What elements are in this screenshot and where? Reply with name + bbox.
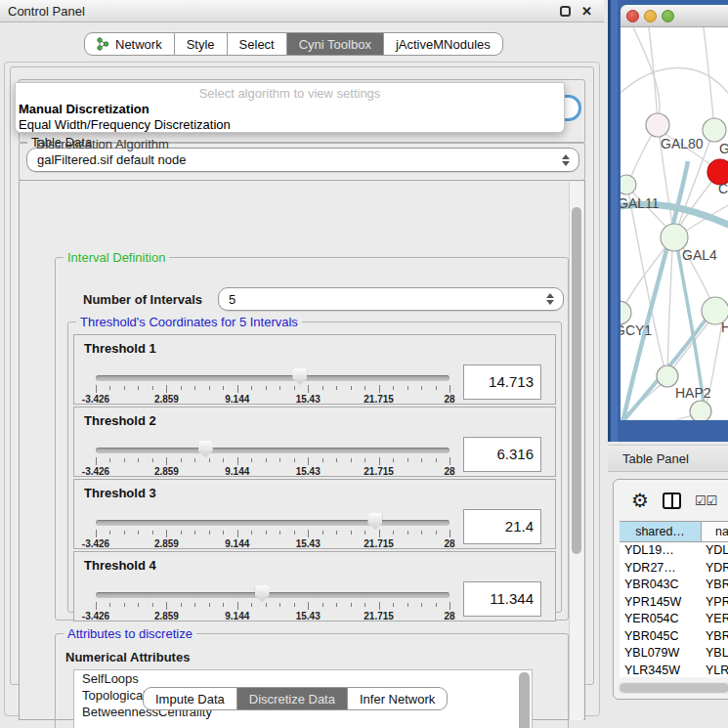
scrollbar-thumb[interactable] xyxy=(572,207,581,554)
table-panel-header[interactable]: Table Panel xyxy=(608,445,728,472)
tab-jactivemnodules[interactable]: jActiveMNodules xyxy=(384,32,503,56)
threshold-slider[interactable]: -3.4262.8599.14415.4321.71528 xyxy=(96,589,450,619)
zoom-traffic-light[interactable] xyxy=(662,10,674,22)
tab-label: Select xyxy=(239,37,275,52)
table-cell[interactable]: YDR2 xyxy=(702,560,728,578)
bottom-tab-impute-data[interactable]: Impute Data xyxy=(143,687,237,710)
slider-thumb[interactable] xyxy=(367,513,382,530)
algorithm-option-manual-discretization[interactable]: Manual Discretization xyxy=(19,102,150,116)
table-cell[interactable]: YDL19… xyxy=(620,542,702,560)
gear-icon[interactable]: ⚙ xyxy=(631,491,649,510)
network-canvas[interactable]: GAL80GACGAL11GAL4GCY1HHAP2 xyxy=(621,27,728,420)
slider-track[interactable] xyxy=(96,520,450,526)
table-row[interactable]: YBR045CYBR0 xyxy=(620,628,728,646)
tick-mark xyxy=(138,531,139,535)
table-cell[interactable]: YPR1 xyxy=(702,594,728,612)
scale-label: 28 xyxy=(444,611,454,621)
tick-mark xyxy=(407,603,408,607)
table-cell[interactable]: YBR045C xyxy=(620,628,702,646)
attribute-list-item[interactable]: SelfLoops xyxy=(74,670,532,687)
table-row[interactable]: YDL19…YDL1 xyxy=(620,542,728,560)
table-data-value: galFiltered.sif default node xyxy=(37,152,186,167)
tick-mark xyxy=(138,386,139,390)
tick-mark xyxy=(209,458,210,462)
checkbox-icon[interactable]: ☑☑ xyxy=(695,493,717,508)
threshold-slider[interactable]: -3.4262.8599.14415.4321.71528 xyxy=(96,517,450,546)
tick-mark xyxy=(194,531,195,535)
close-icon[interactable]: ✕ xyxy=(581,4,592,19)
bottom-tab-infer-network[interactable]: Infer Network xyxy=(348,687,448,710)
tick-mark xyxy=(279,531,280,535)
settings-vertical-scrollbar[interactable] xyxy=(569,182,583,720)
algorithm-option-equal-width-frequency[interactable]: Equal Width/Frequency Discretization xyxy=(19,117,231,132)
scale-label: 15.43 xyxy=(296,538,321,549)
slider-thumb[interactable] xyxy=(292,368,307,385)
slider-thumb[interactable] xyxy=(198,441,213,457)
scrollbar-thumb[interactable] xyxy=(620,683,728,693)
tab-cyni-toolbox[interactable]: Cyni Toolbox xyxy=(287,32,384,56)
threshold-slider[interactable]: -3.4262.8599.14415.4321.71528 xyxy=(96,372,450,402)
table-cell[interactable]: YLR3 xyxy=(702,663,728,678)
number-of-intervals-combobox[interactable]: 5 xyxy=(218,287,564,311)
slider-track[interactable] xyxy=(96,592,450,598)
slider-track[interactable] xyxy=(96,375,450,381)
network-node[interactable] xyxy=(621,301,631,324)
attributes-list-scrollbar[interactable] xyxy=(519,672,530,728)
slider-scale-labels: -3.4262.8599.14415.4321.71528 xyxy=(96,466,450,478)
network-node[interactable] xyxy=(657,365,678,387)
bottom-tab-discretize-data[interactable]: Discretize Data xyxy=(237,687,348,710)
table-cell[interactable]: YDR27… xyxy=(620,560,702,578)
table-row[interactable]: YDR27…YDR2 xyxy=(620,560,728,578)
table-row[interactable]: YBR043CYBR0 xyxy=(620,577,728,594)
slider-thumb[interactable] xyxy=(255,585,270,602)
bottom-tab-bar: Impute DataDiscretize DataInfer Network xyxy=(143,687,448,710)
network-node[interactable] xyxy=(646,113,669,137)
slider-track[interactable] xyxy=(96,448,450,453)
close-traffic-light[interactable] xyxy=(626,10,639,22)
table-row[interactable]: YBL079WYBL0 xyxy=(620,645,728,663)
table-row[interactable]: YER054CYER0 xyxy=(620,611,728,628)
column-header-0[interactable]: shared… xyxy=(620,522,702,541)
table-row[interactable]: YLR345WYLR3 xyxy=(620,663,728,678)
network-node[interactable] xyxy=(690,401,711,420)
tab-style[interactable]: Style xyxy=(175,32,228,56)
table-cell[interactable]: YER054C xyxy=(620,611,702,628)
scale-label: -3.426 xyxy=(82,466,109,477)
interval-definition-box: Interval Definition Number of Intervals … xyxy=(55,257,569,621)
slider-scale-labels: -3.4262.8599.14415.4321.71528 xyxy=(96,538,450,550)
table-cell[interactable]: YBR0 xyxy=(702,577,728,594)
table-cell[interactable]: YPR145W xyxy=(620,594,702,612)
network-node[interactable] xyxy=(621,175,636,194)
table-cell[interactable]: YER0 xyxy=(702,611,728,628)
threshold-value-field[interactable]: 14.713 xyxy=(463,364,541,400)
tab-network[interactable]: Network xyxy=(84,32,175,56)
threshold-value-field[interactable]: 11.344 xyxy=(463,581,541,617)
table-panel-title: Table Panel xyxy=(622,451,689,466)
split-view-icon[interactable] xyxy=(663,492,681,509)
network-graph-icon xyxy=(97,37,109,51)
scale-label: 21.715 xyxy=(364,538,394,549)
threshold-value-field[interactable]: 21.4 xyxy=(463,509,541,544)
tick-mark xyxy=(279,603,280,607)
table-cell[interactable]: YBL0 xyxy=(702,645,728,663)
tick-mark xyxy=(109,386,110,390)
minimize-traffic-light[interactable] xyxy=(644,10,657,22)
tick-mark xyxy=(138,458,139,462)
network-node[interactable] xyxy=(703,118,726,142)
tick-mark xyxy=(294,458,295,462)
column-header-1[interactable]: na xyxy=(702,522,728,541)
network-window-titlebar[interactable] xyxy=(621,5,728,27)
table-row[interactable]: YPR145WYPR1 xyxy=(620,594,728,612)
threshold-slider[interactable]: -3.4262.8599.14415.4321.71528 xyxy=(96,445,450,474)
table-cell[interactable]: YBR043C xyxy=(620,577,702,594)
table-cell[interactable]: YBR0 xyxy=(702,628,728,646)
tab-select[interactable]: Select xyxy=(228,32,287,56)
table-horizontal-scrollbar[interactable] xyxy=(618,682,728,694)
slider-ticks xyxy=(96,457,450,465)
scale-label: 15.43 xyxy=(296,394,321,405)
float-window-icon[interactable] xyxy=(560,6,571,17)
table-cell[interactable]: YDL1 xyxy=(702,542,728,560)
threshold-value-field[interactable]: 6.316 xyxy=(463,437,541,472)
table-cell[interactable]: YLR345W xyxy=(620,663,702,678)
table-cell[interactable]: YBL079W xyxy=(620,645,702,663)
